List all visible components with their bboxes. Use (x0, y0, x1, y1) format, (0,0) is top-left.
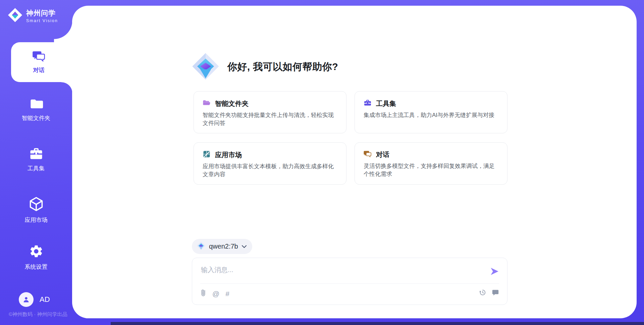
bottom-edge-strip (111, 322, 644, 325)
brand-name: 神州问学 (26, 8, 58, 18)
user-initials: AD (40, 295, 50, 304)
chat-bubble-icon[interactable] (492, 289, 499, 298)
card-description: 灵活切换多模型文件，支持多样回复效果调试，满足个性化需求 (364, 162, 498, 178)
folder-open-icon (203, 99, 211, 108)
brand-subtitle: Smart Vision (26, 18, 58, 23)
user-account[interactable]: AD (19, 292, 50, 307)
history-icon[interactable] (479, 289, 486, 298)
card-description: 智能文件夹功能支持批量文件上传与清洗，轻松实现文件问答 (203, 111, 337, 127)
card-description: 应用市场提供丰富长文本模板，助力高效生成多样化文章内容 (203, 162, 337, 179)
active-tab-curve-top (54, 21, 72, 42)
model-name: qwen2:7b (209, 243, 238, 250)
grid-icon (203, 150, 211, 159)
chat-icon (32, 50, 46, 64)
card-title: 智能文件夹 (215, 99, 249, 108)
briefcase-icon (364, 99, 372, 108)
card-title: 工具集 (376, 99, 396, 108)
composer-tools-left: @ # (200, 289, 229, 298)
composer-tools-right (479, 289, 499, 298)
brand-logo: 神州问学 Smart Vision (7, 7, 58, 24)
briefcase-icon (0, 147, 72, 161)
card-description: 集成市场上主流工具，助力AI与外界无缝扩展与对接 (364, 111, 498, 119)
sidebar-footer-credit: ©神州数码 · 神州问学出品 (9, 311, 67, 318)
gear-icon (0, 244, 72, 260)
attachment-icon[interactable] (200, 289, 206, 298)
sidebar: 神州问学 Smart Vision 对话 智能文件夹 (0, 0, 72, 325)
sidebar-item-label: 对话 (33, 66, 45, 74)
greeting-block: 你好, 我可以如何帮助你? (191, 52, 338, 82)
chevron-down-icon (241, 244, 247, 250)
message-input[interactable] (201, 263, 483, 277)
sidebar-item-label: 智能文件夹 (0, 114, 72, 122)
active-tab-curve-bottom (61, 82, 72, 93)
cube-icon (0, 196, 72, 213)
sidebar-item-label: 系统设置 (0, 263, 72, 271)
card-smart-folder[interactable]: 智能文件夹 智能文件夹功能支持批量文件上传与清洗，轻松实现文件问答 (194, 91, 346, 133)
card-title: 对话 (376, 150, 389, 159)
sidebar-item-label: 应用市场 (0, 216, 72, 224)
message-composer: @ # (192, 258, 507, 305)
sidebar-item-smart-folder[interactable]: 智能文件夹 (0, 98, 72, 122)
sidebar-item-chat[interactable]: 对话 (11, 42, 72, 82)
send-icon[interactable] (490, 267, 499, 276)
sidebar-item-app-market[interactable]: 应用市场 (0, 196, 72, 224)
sidebar-item-toolset[interactable]: 工具集 (0, 147, 72, 172)
avatar (19, 292, 34, 307)
sidebar-item-settings[interactable]: 系统设置 (0, 244, 72, 271)
card-chat[interactable]: 对话 灵活切换多模型文件，支持多样回复效果调试，满足个性化需求 (355, 142, 507, 185)
card-title: 应用市场 (215, 150, 242, 159)
composer-divider (200, 283, 499, 284)
assistant-diamond-icon (191, 52, 220, 82)
card-toolset[interactable]: 工具集 集成市场上主流工具，助力AI与外界无缝扩展与对接 (355, 91, 507, 133)
app-window: 神州问学 Smart Vision 对话 智能文件夹 (0, 0, 644, 325)
folder-icon (0, 98, 72, 111)
model-selector[interactable]: qwen2:7b (192, 239, 252, 254)
hashtag-icon[interactable]: # (225, 290, 229, 297)
model-diamond-icon (197, 241, 206, 252)
mention-icon[interactable]: @ (212, 290, 219, 297)
card-app-market[interactable]: 应用市场 应用市场提供丰富长文本模板，助力高效生成多样化文章内容 (194, 142, 346, 185)
brand-diamond-icon (7, 7, 23, 24)
chat-icon (364, 150, 372, 159)
feature-cards: 智能文件夹 智能文件夹功能支持批量文件上传与清洗，轻松实现文件问答 工具集 集成… (194, 91, 507, 185)
greeting-text: 你好, 我可以如何帮助你? (227, 60, 338, 74)
sidebar-item-label: 工具集 (0, 165, 72, 172)
